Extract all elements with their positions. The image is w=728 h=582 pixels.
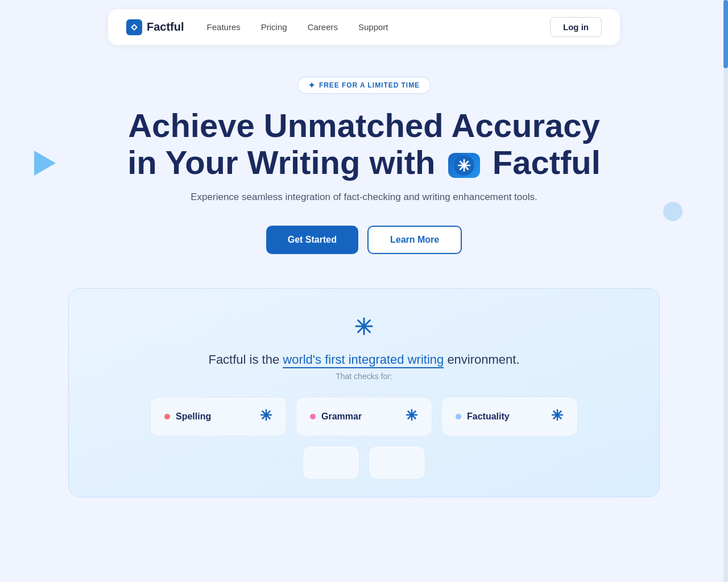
- check-card-factuality: Factuality: [441, 397, 578, 436]
- tagline-highlight: world's first integrated writing: [283, 352, 444, 368]
- grammar-star-icon: [406, 409, 418, 425]
- spelling-dot-icon: [164, 414, 170, 419]
- grammar-dot-icon: [310, 414, 316, 419]
- check-card-spelling: Spelling: [150, 397, 287, 436]
- feature-star-icon: [92, 316, 636, 341]
- check-card-grammar: Grammar: [296, 397, 432, 436]
- feature-section: Factful is the world's first integrated …: [68, 288, 660, 497]
- tagline-post: environment.: [444, 352, 519, 367]
- logo-area: Factful: [126, 19, 184, 35]
- nav-item-pricing[interactable]: Pricing: [261, 22, 287, 32]
- nav-item-features[interactable]: Features: [207, 22, 241, 32]
- navbar: Factful Features Pricing Careers Support…: [108, 9, 620, 45]
- hero-title-line2-pre: in Your Writing with: [127, 144, 435, 181]
- get-started-button[interactable]: Get Started: [266, 226, 358, 254]
- bottom-partial-cards: [92, 446, 636, 480]
- partial-card-1: [303, 446, 359, 480]
- hero-title-line2-post: Factful: [493, 144, 601, 181]
- play-icon: [34, 151, 56, 176]
- logo-text: Factful: [147, 20, 184, 34]
- factuality-dot-icon: [456, 414, 461, 419]
- factuality-label: Factuality: [467, 411, 510, 422]
- badge-text: FREE FOR A LIMITED TIME: [319, 81, 420, 89]
- nav-item-support[interactable]: Support: [358, 22, 388, 32]
- check-card-left-factuality: Factuality: [456, 411, 510, 422]
- badge-spark-icon: ✦: [308, 81, 316, 90]
- promo-badge: ✦ FREE FOR A LIMITED TIME: [297, 77, 431, 94]
- check-card-left-grammar: Grammar: [310, 411, 362, 422]
- nav-item-careers[interactable]: Careers: [308, 22, 338, 32]
- spelling-star-icon: [260, 409, 272, 425]
- asterisk-icon: [354, 316, 374, 336]
- inline-logo-icon: [454, 155, 474, 176]
- hero-section: ✦ FREE FOR A LIMITED TIME Achieve Unmatc…: [0, 54, 728, 254]
- hero-title: Achieve Unmatched Accuracy in Your Writi…: [11, 107, 717, 181]
- inline-logo-badge: [448, 153, 480, 178]
- nav-links: Features Pricing Careers Support: [207, 22, 550, 32]
- spelling-label: Spelling: [176, 411, 211, 422]
- feature-tagline: Factful is the world's first integrated …: [92, 352, 636, 367]
- tagline-pre: Factful is the: [208, 352, 283, 367]
- factuality-star-icon: [551, 409, 564, 425]
- login-button[interactable]: Log in: [550, 17, 602, 37]
- cta-row: Get Started Learn More: [11, 226, 717, 254]
- grammar-label: Grammar: [321, 411, 362, 422]
- hero-subtitle: Experience seamless integration of fact-…: [11, 192, 717, 203]
- check-card-left-spelling: Spelling: [164, 411, 211, 422]
- circle-decoration: [663, 202, 682, 221]
- learn-more-button[interactable]: Learn More: [367, 226, 462, 254]
- check-cards: Spelling Grammar Factuality: [92, 397, 636, 436]
- checks-for-label: That checks for:: [92, 372, 636, 381]
- logo-icon: [126, 19, 142, 35]
- hero-title-line1: Achieve Unmatched Accuracy: [128, 107, 600, 144]
- partial-card-2: [369, 446, 425, 480]
